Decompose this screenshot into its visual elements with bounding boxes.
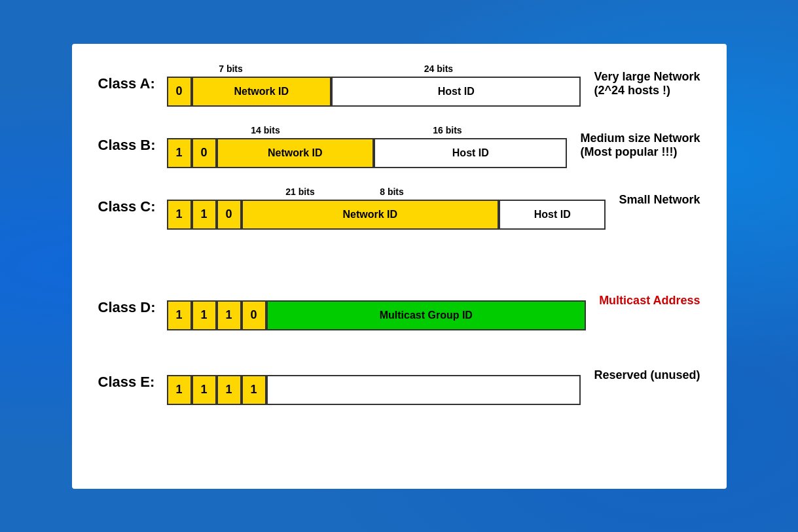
- class-a-label: Class A:: [98, 63, 167, 92]
- class-c-row: Class C: 21 bits 8 bits 1 1 0 Network ID…: [98, 186, 700, 230]
- class-a-host-label: Host ID: [438, 86, 475, 98]
- class-e-desc: Reserved (unused): [594, 368, 700, 381]
- class-e-row: Class E: 1 1 1 1 Reserved (unused): [98, 362, 700, 405]
- class-e-bit-0: 1: [167, 375, 192, 405]
- class-d-bit-1: 1: [192, 300, 217, 330]
- class-d-bit-0: 1: [167, 300, 192, 330]
- class-b-desc-line2: (Most popular !!!): [580, 145, 677, 158]
- class-e-boxes: 1 1 1 1: [167, 375, 581, 405]
- class-d-description: Multicast Address: [586, 287, 700, 308]
- class-a-diagram: 7 bits 24 bits 0 Network ID Host ID: [167, 63, 581, 107]
- class-e-bits-labels: [167, 362, 581, 374]
- class-b-network-bits: 14 bits: [217, 125, 315, 137]
- class-a-network-bits: 7 bits: [192, 63, 270, 75]
- class-e-label: Class E:: [98, 362, 167, 391]
- class-b-host-bits: 16 bits: [328, 125, 568, 137]
- class-b-network-label: Network ID: [268, 147, 323, 159]
- class-c-diagram: 21 bits 8 bits 1 1 0 Network ID Host ID: [167, 186, 606, 230]
- class-e-diagram: 1 1 1 1: [167, 362, 581, 405]
- class-a-bit-0: 0: [167, 77, 192, 107]
- class-d-bit-3: 0: [242, 300, 266, 330]
- class-b-bits-labels: 14 bits 16 bits: [167, 125, 568, 137]
- class-c-label: Class C:: [98, 186, 167, 215]
- class-d-bits-labels: [167, 287, 587, 299]
- class-a-boxes: 0 Network ID Host ID: [167, 77, 581, 107]
- class-e-bit-2: 1: [217, 375, 242, 405]
- class-a-bits-labels: 7 bits 24 bits: [167, 63, 581, 75]
- class-b-label: Class B:: [98, 125, 167, 154]
- class-d-boxes: 1 1 1 0 Multicast Group ID: [167, 300, 587, 330]
- main-panel: Class A: 7 bits 24 bits 0 Network ID Hos…: [72, 44, 727, 489]
- class-d-diagram: 1 1 1 0 Multicast Group ID: [167, 287, 587, 330]
- class-c-bits-labels: 21 bits 8 bits: [167, 186, 606, 198]
- class-c-bit-2: 0: [217, 200, 242, 230]
- class-b-boxes: 1 0 Network ID Host ID: [167, 138, 568, 168]
- class-c-host-box: Host ID: [499, 200, 606, 230]
- class-c-network-label: Network ID: [343, 209, 398, 221]
- class-c-network-box: Network ID: [242, 200, 499, 230]
- class-c-desc-line1: Small Network: [619, 193, 700, 206]
- class-c-host-label: Host ID: [534, 209, 571, 221]
- class-c-host-bits: 8 bits: [359, 186, 425, 198]
- class-c-network-bits: 21 bits: [242, 186, 359, 198]
- class-c-bit-1: 1: [192, 200, 217, 230]
- class-d-label: Class D:: [98, 287, 167, 316]
- class-d-desc: Multicast Address: [599, 294, 700, 307]
- class-b-row: Class B: 14 bits 16 bits 1 0 Network ID …: [98, 125, 700, 168]
- class-b-description: Medium size Network (Most popular !!!): [567, 125, 700, 159]
- class-b-host-box: Host ID: [374, 138, 567, 168]
- class-c-description: Small Network: [606, 186, 700, 207]
- class-b-host-label: Host ID: [452, 147, 489, 159]
- class-d-multicast-box: Multicast Group ID: [266, 300, 587, 330]
- class-d-bit-2: 1: [217, 300, 242, 330]
- class-e-reserved-box: [266, 375, 581, 405]
- class-b-bit-0: 1: [167, 138, 192, 168]
- class-a-desc-line2: (2^24 hosts !): [594, 84, 670, 97]
- class-e-description: Reserved (unused): [581, 362, 700, 382]
- class-b-network-box: Network ID: [217, 138, 374, 168]
- class-a-host-bits: 24 bits: [297, 63, 581, 75]
- class-a-host-box: Host ID: [331, 77, 581, 107]
- class-b-bit-1: 0: [192, 138, 217, 168]
- class-d-row: Class D: 1 1 1 0 Multicast Group ID Mult…: [98, 287, 700, 330]
- class-a-network-label: Network ID: [234, 86, 289, 98]
- class-b-diagram: 14 bits 16 bits 1 0 Network ID Host ID: [167, 125, 568, 168]
- class-d-multicast-label: Multicast Group ID: [380, 310, 473, 321]
- class-a-row: Class A: 7 bits 24 bits 0 Network ID Hos…: [98, 63, 700, 107]
- class-e-bit-1: 1: [192, 375, 217, 405]
- class-c-boxes: 1 1 0 Network ID Host ID: [167, 200, 606, 230]
- class-b-desc-line1: Medium size Network: [580, 132, 700, 145]
- class-a-network-box: Network ID: [192, 77, 332, 107]
- class-e-bit-3: 1: [242, 375, 266, 405]
- class-a-desc-line1: Very large Network: [594, 70, 700, 83]
- class-c-bit-0: 1: [167, 200, 192, 230]
- class-a-description: Very large Network (2^24 hosts !): [581, 63, 700, 98]
